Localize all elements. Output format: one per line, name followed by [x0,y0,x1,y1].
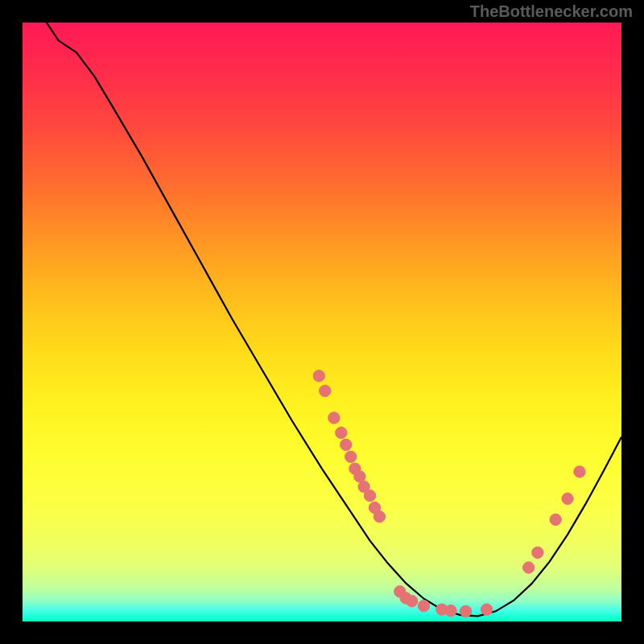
data-point [562,493,573,504]
data-point [532,547,543,558]
data-point [341,439,352,450]
data-point [574,466,585,477]
data-point [320,385,331,396]
data-point [406,596,417,607]
data-point [364,490,375,502]
data-point [522,562,534,573]
data-point [550,514,561,525]
plot-area [23,23,621,621]
watermark-text: TheBottlenecker.com [470,2,633,21]
data-point [481,604,492,615]
data-point [418,600,429,611]
data-point [374,511,385,522]
chart-container: TheBottlenecker.com [0,0,644,644]
data-point [345,451,357,462]
data-point [445,605,456,616]
data-point [328,412,340,423]
chart-svg [23,23,621,621]
data-point [313,370,324,382]
data-point [460,605,471,617]
data-point [336,427,347,438]
gradient-background [23,23,621,621]
